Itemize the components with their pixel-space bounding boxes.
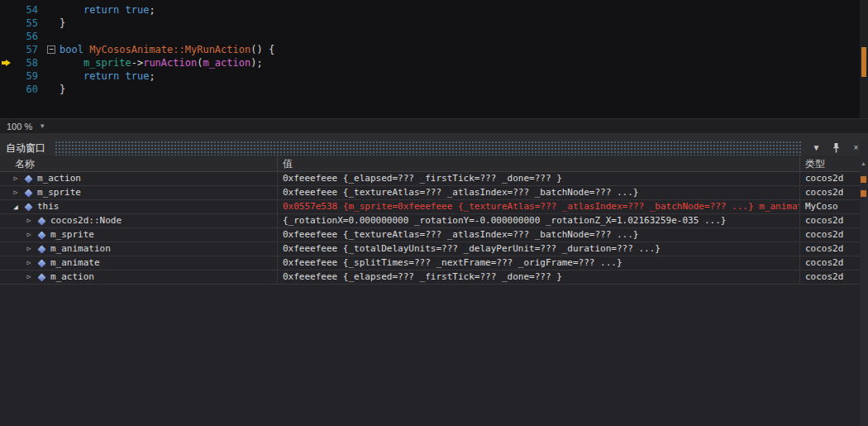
member-variable-icon (37, 273, 45, 281)
variable-name: m_action (50, 270, 94, 284)
member-variable-icon (37, 245, 45, 253)
expander-icon[interactable]: ◢ (12, 200, 20, 213)
line-number: 57 (15, 43, 46, 56)
expander-icon[interactable]: ▷ (25, 270, 33, 284)
variable-row[interactable]: ▷m_animation0xfeeefeee {_totalDelayUnits… (0, 242, 860, 256)
variable-value[interactable]: {_rotationX=0.000000000 _rotationY=-0.00… (278, 214, 800, 227)
autos-titlebar[interactable]: 自动窗口 ▼ × (0, 141, 868, 156)
line-number: 55 (15, 17, 46, 30)
outlining-margin (46, 83, 60, 96)
variable-value[interactable]: 0xfeeefeee {_splitTimes=??? _nextFrame=?… (278, 256, 800, 270)
expander-icon[interactable]: ▷ (25, 256, 33, 270)
column-header-value[interactable]: 值 (278, 156, 800, 171)
variable-name-cell: ▷m_action (0, 270, 278, 284)
variable-row[interactable]: ▷m_sprite0xfeeefeee {_textureAtlas=??? _… (0, 228, 860, 242)
line-number: 60 (15, 83, 46, 96)
editor-bottom-bar: 100 % ▼ (0, 118, 868, 133)
breakpoint-margin[interactable] (0, 56, 15, 69)
scrollbar-marker-icon (861, 176, 866, 183)
code-token (60, 57, 83, 69)
variable-name: m_action (37, 172, 81, 185)
code-text: } (60, 83, 860, 96)
member-variable-icon (24, 175, 32, 183)
window-position-icon[interactable]: ▼ (811, 142, 822, 154)
breakpoint-margin[interactable] (0, 17, 15, 30)
code-token: bool (60, 44, 89, 55)
code-token: return true (83, 4, 149, 16)
code-token (60, 4, 83, 16)
autos-tool-window: 自动窗口 ▼ × 名称 值 类型 ▷m_action0xfeeefeee {_e… (0, 141, 868, 426)
variable-name-cell: ▷m_sprite (0, 186, 278, 199)
current-line-scroll-marker-icon (861, 47, 866, 77)
outlining-margin (46, 56, 60, 69)
code-line[interactable]: 59 return true; (0, 69, 860, 83)
outlining-margin (46, 30, 60, 43)
variable-type: MyCoso (800, 200, 860, 213)
code-line[interactable]: 54 return true; (0, 3, 860, 17)
variable-row[interactable]: ▷m_action0xfeeefeee {_elapsed=??? _first… (0, 172, 860, 186)
variable-name-cell: ▷m_animation (0, 242, 278, 256)
editor-vertical-scrollbar[interactable] (860, 0, 868, 118)
variable-name: m_animate (50, 256, 100, 270)
code-token: () { (250, 44, 274, 55)
variable-row[interactable]: ▷m_animate0xfeeefeee {_splitTimes=??? _n… (0, 256, 860, 270)
breakpoint-margin[interactable] (0, 69, 15, 83)
variable-type: cocos2d (800, 186, 860, 199)
variable-row[interactable]: ▷m_action0xfeeefeee {_elapsed=??? _first… (0, 270, 860, 285)
zoom-level-dropdown[interactable]: 100 % ▼ (2, 120, 50, 133)
code-line[interactable]: 60} (0, 83, 860, 96)
variable-name-cell: ▷m_sprite (0, 228, 278, 242)
code-line[interactable]: 58 m_sprite->runAction(m_action); (0, 56, 860, 69)
breakpoint-margin[interactable] (0, 83, 15, 96)
variable-value[interactable]: 0x0557e538 {m_sprite=0xfeeefeee {_textur… (278, 200, 800, 213)
scrollbar-up-arrow-icon[interactable]: ▲ (861, 160, 866, 166)
variable-type: cocos2d (800, 172, 860, 185)
variable-value[interactable]: 0xfeeefeee {_elapsed=??? _firstTick=??? … (278, 172, 800, 185)
variable-name: m_animation (50, 242, 111, 256)
code-editor[interactable]: 54 return true;55}5657−bool MyCososAnima… (0, 0, 868, 118)
code-token: ; (256, 57, 262, 69)
right-edge-panel-sliver[interactable]: ▲ (860, 141, 868, 426)
column-header-name[interactable]: 名称 (0, 156, 278, 171)
variable-type: cocos2d (800, 242, 860, 256)
expander-icon[interactable]: ▷ (12, 186, 20, 199)
expander-icon[interactable]: ▷ (25, 214, 33, 227)
variable-name: cocos2d::Node (50, 214, 122, 227)
variable-value[interactable]: 0xfeeefeee {_elapsed=??? _firstTick=??? … (278, 270, 800, 284)
expander-icon[interactable]: ▷ (12, 172, 20, 185)
expander-icon[interactable]: ▷ (25, 228, 33, 242)
zoom-level-value: 100 % (7, 122, 32, 132)
ide-window: 54 return true;55}5657−bool MyCososAnima… (0, 0, 868, 426)
variable-value[interactable]: 0xfeeefeee {_textureAtlas=??? _atlasInde… (278, 186, 800, 199)
variable-value[interactable]: 0xfeeefeee {_textureAtlas=??? _atlasInde… (278, 228, 800, 242)
code-line[interactable]: 56 (0, 30, 860, 43)
variable-type: cocos2d (800, 256, 860, 270)
variable-row[interactable]: ◢this0x0557e538 {m_sprite=0xfeeefeee {_t… (0, 200, 860, 214)
variable-row[interactable]: ▷cocos2d::Node{_rotationX=0.000000000 _r… (0, 214, 860, 228)
breakpoint-margin[interactable] (0, 30, 15, 43)
variable-name-cell: ▷m_animate (0, 256, 278, 270)
variable-row[interactable]: ▷m_sprite0xfeeefeee {_textureAtlas=??? _… (0, 186, 860, 200)
outlining-margin (46, 69, 60, 83)
code-token: MyCososAnimate (89, 44, 173, 55)
variable-name: m_sprite (37, 186, 81, 199)
member-variable-icon (24, 203, 32, 211)
current-statement-arrow-icon (2, 60, 12, 66)
variable-name: this (37, 200, 60, 213)
scrollbar-marker-icon (861, 190, 866, 197)
collapse-region-icon[interactable]: − (47, 45, 55, 54)
expander-icon[interactable]: ▷ (25, 242, 33, 256)
variable-type: cocos2d (800, 214, 860, 227)
variable-value[interactable]: 0xfeeefeee {_totalDelayUnits=??? _delayP… (278, 242, 800, 256)
horizontal-splitter[interactable] (0, 133, 868, 141)
member-variable-icon (37, 217, 45, 225)
code-line[interactable]: 57−bool MyCososAnimate::MyRunAction() { (0, 43, 860, 56)
breakpoint-margin[interactable] (0, 3, 15, 17)
outlining-margin (46, 17, 60, 30)
column-header-type[interactable]: 类型 (800, 156, 860, 171)
breakpoint-margin[interactable] (0, 43, 15, 56)
pin-icon[interactable] (831, 142, 842, 154)
line-number: 54 (15, 3, 46, 17)
code-text: } (60, 17, 860, 30)
code-line[interactable]: 55} (0, 17, 860, 30)
